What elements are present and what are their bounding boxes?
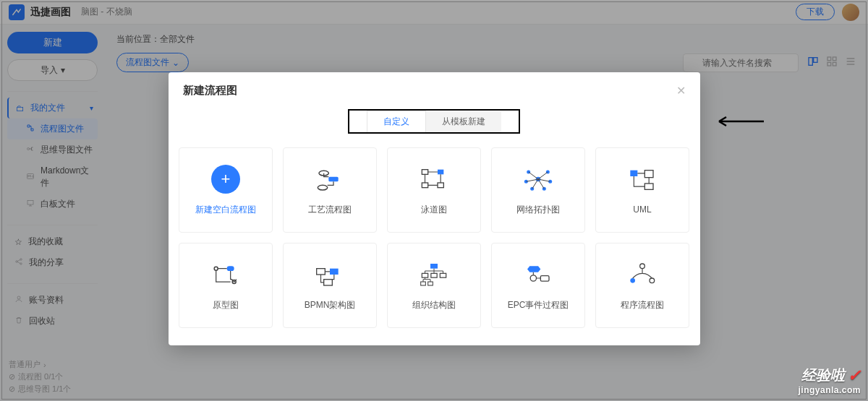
svg-rect-25 [630, 171, 637, 176]
svg-rect-39 [428, 282, 433, 285]
bpmn-icon [312, 260, 348, 289]
watermark: 经验啦 ✓ jingyanla.com [798, 366, 861, 395]
card-prototype[interactable]: 原型图 [179, 243, 273, 328]
orgchart-icon [416, 260, 452, 289]
new-flowchart-modal: 新建流程图 ✕ 自定义 从模板新建 + 新建空白流程图 [169, 72, 700, 345]
modal-title: 新建流程图 [183, 84, 237, 98]
svg-point-43 [630, 278, 635, 283]
card-epc[interactable]: EPC事件过程图 [491, 243, 585, 328]
card-label: 工艺流程图 [308, 204, 352, 216]
card-label: EPC事件过程图 [508, 299, 569, 311]
svg-point-40 [530, 275, 536, 280]
prototype-icon [208, 260, 244, 289]
svg-rect-31 [317, 268, 326, 274]
card-bpmn[interactable]: BPMN架构图 [283, 243, 377, 328]
card-uml[interactable]: UML [595, 147, 689, 233]
network-icon [520, 165, 556, 194]
card-org-chart[interactable]: 组织结构图 [387, 243, 481, 328]
svg-rect-33 [324, 279, 333, 285]
watermark-text: 经验啦 [801, 366, 845, 385]
svg-rect-32 [330, 268, 339, 274]
svg-rect-38 [421, 282, 426, 285]
card-label: 新建空白流程图 [195, 204, 256, 216]
card-swimlane[interactable]: 泳道图 [387, 147, 481, 233]
card-label: 原型图 [213, 299, 239, 311]
svg-rect-17 [438, 183, 443, 188]
watermark-url: jingyanla.com [798, 385, 861, 395]
process-flow-icon [312, 165, 348, 194]
svg-rect-27 [644, 184, 653, 189]
annotation-arrow-icon [715, 113, 765, 132]
tab-from-template[interactable]: 从模板新建 [426, 111, 501, 132]
card-new-blank[interactable]: + 新建空白流程图 [179, 147, 273, 233]
uml-icon [624, 165, 660, 194]
svg-point-42 [640, 264, 645, 269]
card-label: 程序流程图 [621, 299, 664, 311]
tab-custom[interactable]: 自定义 [367, 111, 426, 133]
card-label: 泳道图 [421, 204, 447, 216]
modal-overlay: 新建流程图 ✕ 自定义 从模板新建 + 新建空白流程图 [0, 0, 868, 401]
epc-icon [520, 260, 556, 289]
svg-rect-35 [422, 273, 427, 277]
program-flow-icon [624, 260, 660, 289]
svg-rect-34 [430, 264, 438, 269]
svg-rect-26 [644, 171, 653, 178]
card-network-topology[interactable]: 网络拓扑图 [491, 147, 585, 233]
svg-point-44 [650, 278, 655, 283]
swimlane-icon [416, 165, 452, 194]
close-icon[interactable]: ✕ [676, 84, 686, 98]
check-mark-icon: ✓ [848, 366, 861, 385]
svg-rect-41 [540, 275, 549, 281]
card-program-flow[interactable]: 程序流程图 [595, 243, 689, 328]
svg-rect-15 [438, 169, 443, 174]
svg-rect-16 [422, 183, 427, 188]
svg-rect-29 [227, 266, 234, 271]
svg-rect-37 [440, 273, 446, 277]
card-label: 组织结构图 [412, 299, 456, 311]
card-label: UML [633, 204, 651, 215]
svg-rect-14 [422, 169, 427, 174]
card-label: BPMN架构图 [305, 299, 356, 311]
card-label: 网络拓扑图 [516, 204, 560, 216]
plus-icon: + [211, 165, 240, 194]
svg-rect-36 [431, 273, 437, 277]
svg-rect-13 [328, 176, 338, 181]
card-process-flow[interactable]: 工艺流程图 [283, 147, 377, 233]
svg-point-28 [214, 267, 218, 270]
